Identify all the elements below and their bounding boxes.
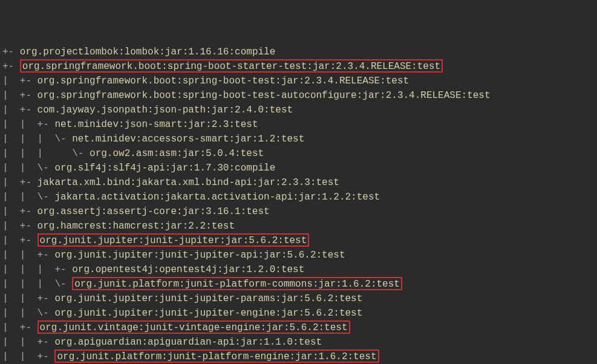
tree-prefix: | +- bbox=[2, 206, 38, 217]
tree-prefix: | | +- bbox=[2, 293, 54, 304]
dependency-text: org.ow2.asm:asm:jar:5.0.4:test bbox=[90, 148, 264, 159]
dependency-line: | +- org.junit.jupiter:junit-jupiter:jar… bbox=[2, 233, 595, 248]
dependency-text: org.apiguardian:apiguardian-api:jar:1.1.… bbox=[54, 337, 322, 348]
tree-prefix: | | +- bbox=[2, 337, 54, 348]
dependency-line: | | +- org.junit.jupiter:junit-jupiter-a… bbox=[2, 248, 595, 262]
dependency-text: org.junit.jupiter:junit-jupiter-params:j… bbox=[54, 293, 362, 304]
dependency-line: | | +- org.apiguardian:apiguardian-api:j… bbox=[2, 335, 595, 349]
dependency-line: | +- com.jayway.jsonpath:json-path:jar:2… bbox=[2, 103, 595, 117]
tree-prefix: | | \- bbox=[2, 192, 54, 203]
tree-prefix: | | | \- bbox=[2, 148, 90, 159]
dependency-highlighted: org.junit.vintage:junit-vintage-engine:j… bbox=[38, 320, 350, 334]
dependency-line: | +- org.springframework.boot:spring-boo… bbox=[2, 88, 595, 103]
dependency-highlighted: org.junit.platform:junit-platform-engine… bbox=[54, 349, 379, 363]
tree-prefix: | | +- bbox=[2, 119, 54, 130]
tree-prefix: +- bbox=[2, 47, 20, 57]
dependency-text: org.opentest4j:opentest4j:jar:1.2.0:test bbox=[72, 264, 304, 275]
dependency-line: | | +- org.junit.jupiter:junit-jupiter-p… bbox=[2, 291, 595, 306]
dependency-text: org.projectlombok:lombok:jar:1.16.16:com… bbox=[20, 47, 275, 57]
tree-prefix: | +- bbox=[2, 235, 38, 246]
dependency-line: +- org.springframework.boot:spring-boot-… bbox=[2, 59, 595, 74]
dependency-line: | +- org.junit.vintage:junit-vintage-eng… bbox=[2, 320, 595, 335]
tree-prefix: | +- bbox=[2, 105, 38, 115]
dependency-text: org.springframework.boot:spring-boot-tes… bbox=[38, 76, 409, 86]
dependency-line: | +- jakarta.xml.bind:jakarta.xml.bind-a… bbox=[2, 175, 595, 190]
dependency-line: | | | \- org.ow2.asm:asm:jar:5.0.4:test bbox=[2, 146, 595, 161]
dependency-text: org.junit.jupiter:junit-jupiter-api:jar:… bbox=[54, 250, 345, 261]
tree-prefix: | | | +- bbox=[2, 264, 72, 275]
dependency-text: org.junit.jupiter:junit-jupiter-engine:j… bbox=[54, 308, 362, 319]
dependency-text: jakarta.activation:jakarta.activation-ap… bbox=[54, 192, 380, 203]
dependency-text: org.hamcrest:hamcrest:jar:2.2:test bbox=[38, 221, 235, 232]
dependency-line: | | \- org.junit.jupiter:junit-jupiter-e… bbox=[2, 306, 595, 320]
dependency-line: | | \- jakarta.activation:jakarta.activa… bbox=[2, 190, 595, 204]
dependency-line: | +- org.hamcrest:hamcrest:jar:2.2:test bbox=[2, 219, 595, 233]
dependency-text: org.springframework.boot:spring-boot-tes… bbox=[38, 90, 491, 101]
tree-prefix: | +- bbox=[2, 90, 38, 101]
tree-prefix: | +- bbox=[2, 322, 38, 333]
dependency-highlighted: org.junit.jupiter:junit-jupiter:jar:5.6.… bbox=[38, 233, 310, 247]
dependency-text: com.jayway.jsonpath:json-path:jar:2.4.0:… bbox=[38, 105, 293, 115]
dependency-line: | +- org.springframework.boot:spring-boo… bbox=[2, 74, 595, 88]
tree-prefix: | +- bbox=[2, 177, 38, 188]
tree-prefix: | | \- bbox=[2, 163, 54, 174]
tree-prefix: | | +- bbox=[2, 351, 54, 362]
dependency-text: org.slf4j:slf4j-api:jar:1.7.30:compile bbox=[54, 163, 275, 174]
tree-prefix: | | | \- bbox=[2, 279, 72, 290]
dependency-line: | | +- org.junit.platform:junit-platform… bbox=[2, 349, 595, 364]
dependency-line: | | \- org.slf4j:slf4j-api:jar:1.7.30:co… bbox=[2, 161, 595, 175]
dependency-line: | | | \- net.minidev:accessors-smart:jar… bbox=[2, 132, 595, 146]
dependency-line: | | | +- org.opentest4j:opentest4j:jar:1… bbox=[2, 262, 595, 277]
dependency-text: jakarta.xml.bind:jakarta.xml.bind-api:ja… bbox=[38, 177, 339, 188]
dependency-line: | | +- net.minidev:json-smart:jar:2.3:te… bbox=[2, 117, 595, 132]
dependency-highlighted: org.springframework.boot:spring-boot-sta… bbox=[20, 59, 443, 73]
dependency-text: net.minidev:json-smart:jar:2.3:test bbox=[54, 119, 258, 130]
tree-prefix: +- bbox=[2, 61, 20, 72]
tree-prefix: | | | \- bbox=[2, 134, 72, 145]
dependency-text: net.minidev:accessors-smart:jar:1.2:test bbox=[72, 134, 304, 145]
tree-prefix: | | +- bbox=[2, 250, 54, 261]
tree-prefix: | | \- bbox=[2, 308, 54, 319]
tree-prefix: | +- bbox=[2, 221, 38, 232]
dependency-tree: +- org.projectlombok:lombok:jar:1.16.16:… bbox=[2, 45, 595, 364]
dependency-line: | +- org.assertj:assertj-core:jar:3.16.1… bbox=[2, 204, 595, 219]
dependency-line: | | | \- org.junit.platform:junit-platfo… bbox=[2, 277, 595, 291]
dependency-line: +- org.projectlombok:lombok:jar:1.16.16:… bbox=[2, 45, 595, 59]
dependency-highlighted: org.junit.platform:junit-platform-common… bbox=[72, 277, 402, 290]
tree-prefix: | +- bbox=[2, 76, 38, 86]
dependency-text: org.assertj:assertj-core:jar:3.16.1:test bbox=[38, 206, 270, 217]
